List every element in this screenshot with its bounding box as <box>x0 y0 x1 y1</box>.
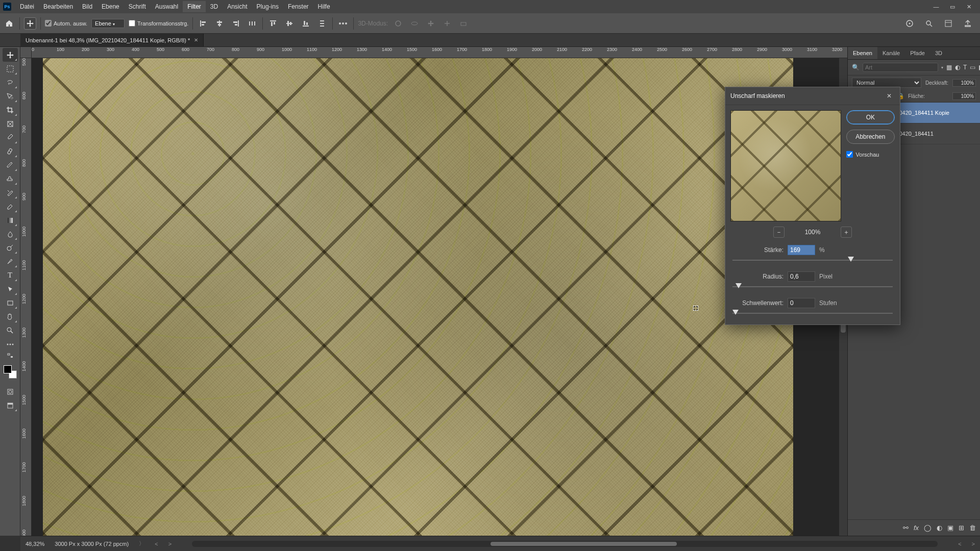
history-brush-tool[interactable] <box>3 186 18 199</box>
share-icon[interactable] <box>962 17 974 30</box>
dialog-preview[interactable] <box>730 110 841 221</box>
edit-toolbar-icon[interactable] <box>3 351 18 360</box>
quick-mask-icon[interactable] <box>3 385 18 398</box>
adjustment-layer-icon[interactable]: ◐ <box>937 524 942 532</box>
opacity-input[interactable] <box>952 79 976 87</box>
menu-ebene[interactable]: Ebene <box>97 1 124 12</box>
amount-input[interactable] <box>788 245 815 255</box>
menu-schrift[interactable]: Schrift <box>124 1 151 12</box>
ok-button[interactable]: OK <box>846 110 895 124</box>
window-maximize-button[interactable]: ▭ <box>944 1 961 13</box>
eyedropper-tool[interactable] <box>3 131 18 144</box>
menu-3d[interactable]: 3D <box>206 1 223 12</box>
vertical-ruler[interactable]: 5006007008009001000110012001300140015001… <box>20 58 32 536</box>
move-tool[interactable] <box>3 48 18 62</box>
hand-tool[interactable] <box>3 310 18 323</box>
status-nav-left[interactable]: < <box>155 541 158 547</box>
threshold-slider[interactable] <box>732 309 893 317</box>
threshold-input[interactable] <box>788 298 815 308</box>
screen-mode-icon[interactable] <box>3 398 18 412</box>
dodge-tool[interactable] <box>3 241 18 255</box>
window-close-button[interactable]: ✕ <box>961 1 977 13</box>
healing-tool[interactable] <box>3 144 18 158</box>
transform-controls-checkbox[interactable]: Transformationsstrg. <box>129 20 188 27</box>
blend-mode-select[interactable]: Normal <box>852 78 921 88</box>
home-icon[interactable] <box>3 17 15 30</box>
distribute-h-icon[interactable] <box>246 17 258 30</box>
radius-slider[interactable] <box>732 283 893 291</box>
horizontal-ruler[interactable]: 0100200300400500600700800900100011001200… <box>32 47 847 58</box>
fill-input[interactable] <box>952 92 976 100</box>
cancel-button[interactable]: Abbrechen <box>846 130 895 144</box>
color-swatches[interactable] <box>4 365 17 379</box>
filter-type-icon[interactable]: T <box>963 63 967 72</box>
menu-bild[interactable]: Bild <box>78 1 97 12</box>
zoom-in-button[interactable]: ＋ <box>841 227 852 238</box>
menu-ansicht[interactable]: Ansicht <box>223 1 252 12</box>
window-minimize-button[interactable]: — <box>928 1 944 13</box>
menu-filter[interactable]: Filter <box>183 1 206 12</box>
blur-tool[interactable] <box>3 227 18 241</box>
auto-select-checkbox[interactable]: Autom. ausw. <box>45 20 87 27</box>
menu-fenster[interactable]: Fenster <box>283 1 313 12</box>
layer-group-icon[interactable]: ▣ <box>947 524 953 532</box>
layer-mask-icon[interactable]: ◯ <box>924 524 932 532</box>
filter-image-icon[interactable]: ▦ <box>946 63 952 72</box>
marquee-tool[interactable] <box>3 62 18 76</box>
brush-tool[interactable] <box>3 158 18 172</box>
panel-tab-kanäle[interactable]: Kanäle <box>877 47 905 59</box>
zoom-tool[interactable] <box>3 323 18 337</box>
filter-adjust-icon[interactable]: ◐ <box>955 63 960 72</box>
menu-datei[interactable]: Datei <box>15 1 39 12</box>
zoom-out-button[interactable]: － <box>773 227 785 238</box>
menu-hilfe[interactable]: Hilfe <box>313 1 335 12</box>
gradient-tool[interactable] <box>3 213 18 227</box>
horizontal-scrollbar[interactable] <box>192 541 938 547</box>
type-tool[interactable]: T <box>3 268 18 282</box>
preview-checkbox[interactable]: Vorschau <box>846 151 895 158</box>
amount-slider[interactable] <box>732 256 893 264</box>
panel-tab-pfade[interactable]: Pfade <box>905 47 930 59</box>
layer-fx-icon[interactable]: fx <box>914 524 919 532</box>
select-subject-icon[interactable] <box>903 17 916 30</box>
pen-tool[interactable] <box>3 255 18 268</box>
align-right-icon[interactable] <box>230 17 242 30</box>
menu-auswahl[interactable]: Auswahl <box>151 1 183 12</box>
status-docinfo[interactable]: 3000 Px x 3000 Px (72 ppcm) <box>55 541 129 547</box>
align-top-icon[interactable] <box>267 17 279 30</box>
new-layer-icon[interactable]: ⊞ <box>959 524 964 532</box>
radius-input[interactable] <box>788 271 815 282</box>
workspace-icon[interactable] <box>942 17 954 30</box>
status-nav-right[interactable]: > <box>168 541 172 547</box>
layer-filter-input[interactable] <box>863 63 938 72</box>
filter-shape-icon[interactable]: ▭ <box>970 63 975 72</box>
menu-bearbeiten[interactable]: Bearbeiten <box>39 1 78 12</box>
menu-plug-ins[interactable]: Plug-ins <box>252 1 283 12</box>
close-tab-icon[interactable]: ✕ <box>194 37 198 43</box>
crop-tool[interactable] <box>3 103 18 117</box>
align-bottom-icon[interactable] <box>300 17 312 30</box>
dialog-close-icon[interactable]: ✕ <box>884 91 895 101</box>
more-options-icon[interactable] <box>337 17 349 30</box>
document-tab[interactable]: Unbenannt-1 bei 48,3% (IMG_20210420_1844… <box>20 34 204 46</box>
frame-tool[interactable] <box>3 117 18 131</box>
distribute-v-icon[interactable] <box>316 17 328 30</box>
more-tools-icon[interactable] <box>3 337 18 351</box>
move-tool-icon[interactable] <box>24 17 36 30</box>
panel-tab-ebenen[interactable]: Ebenen <box>848 47 877 59</box>
align-hcenter-icon[interactable] <box>213 17 226 30</box>
auto-select-target-select[interactable]: Ebene ▾ <box>91 19 125 28</box>
rectangle-tool[interactable] <box>3 296 18 310</box>
align-left-icon[interactable] <box>197 17 209 30</box>
path-select-tool[interactable] <box>3 282 18 296</box>
link-layers-icon[interactable]: ⚯ <box>903 524 909 532</box>
eraser-tool[interactable] <box>3 199 18 213</box>
quick-select-tool[interactable] <box>3 89 18 103</box>
lasso-tool[interactable] <box>3 76 18 89</box>
search-icon[interactable] <box>923 17 935 30</box>
panel-tab-3d[interactable]: 3D <box>930 47 947 59</box>
stamp-tool[interactable] <box>3 172 18 186</box>
align-vcenter-icon[interactable] <box>283 17 296 30</box>
status-zoom[interactable]: 48,32% <box>26 541 44 547</box>
delete-layer-icon[interactable]: 🗑 <box>969 524 976 532</box>
